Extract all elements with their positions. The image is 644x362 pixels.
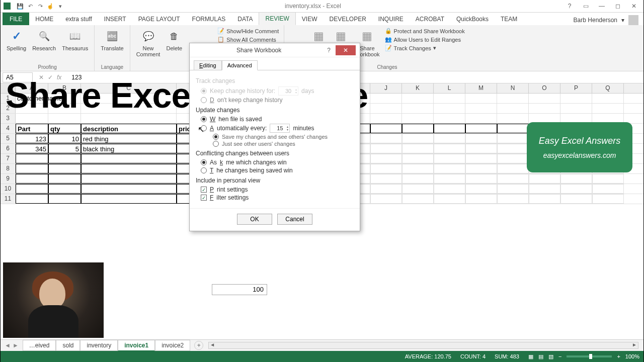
ask-radio[interactable] <box>201 159 207 165</box>
qat-more-icon[interactable]: ▾ <box>57 3 64 10</box>
view-layout-icon[interactable]: ▤ <box>538 353 543 360</box>
research-button[interactable]: Research <box>30 27 58 52</box>
allow-edit-ranges-button[interactable]: 👥 Allow Users to Edit Ranges <box>384 36 462 43</box>
sheet-nav-prev-icon[interactable]: ◄ <box>5 342 11 349</box>
dialog-title: Share Workbook <box>194 47 324 54</box>
col-header[interactable]: O <box>529 83 560 93</box>
row-header[interactable]: 8 <box>1 164 16 173</box>
brand-url: easyexcelanswers.com <box>543 151 616 159</box>
sheet-tab-sold[interactable]: sold <box>56 340 80 351</box>
row-header[interactable]: 4 <box>1 124 16 133</box>
row-header[interactable]: 7 <box>1 154 16 163</box>
zoom-in-icon[interactable]: + <box>617 353 620 359</box>
sheet-tab-bar: ◄► …eived sold inventory invoice1 invoic… <box>1 339 643 351</box>
row-header[interactable]: 6 <box>1 144 16 153</box>
tab-pagelayout[interactable]: PAGE LAYOUT <box>132 13 186 25</box>
auto-minutes-input[interactable]: 15 <box>270 124 290 133</box>
ok-button[interactable]: OK <box>237 214 272 225</box>
saved-win-radio[interactable] <box>201 167 207 173</box>
window-title: inventory.xlsx - Excel <box>64 3 562 10</box>
track-changes-button[interactable]: 📝 Track Changes ▾ <box>384 44 437 52</box>
show-hide-comment-button[interactable]: 📝 Show/Hide Comment <box>216 27 280 35</box>
tab-team[interactable]: TEAM <box>495 13 523 25</box>
col-header[interactable]: Q <box>592 83 624 93</box>
status-count: COUNT: 4 <box>460 353 486 359</box>
spelling-icon <box>9 28 25 44</box>
share-workbook-dialog: Share Workbook ? ✕ EEditingditing Advanc… <box>189 43 360 231</box>
col-header[interactable]: N <box>497 83 529 93</box>
tab-review[interactable]: REVIEW <box>259 12 295 25</box>
view-pagebreak-icon[interactable]: ▧ <box>548 353 553 360</box>
view-normal-icon[interactable]: ▦ <box>528 353 533 360</box>
qat-touch-icon[interactable]: ☝ <box>47 3 54 10</box>
show-all-comments-button[interactable]: 📋 Show All Comments <box>216 36 277 43</box>
filter-settings-check[interactable] <box>201 195 207 201</box>
ribbon-options-icon[interactable]: ▭ <box>578 1 593 11</box>
comment-icon <box>140 28 156 44</box>
just-see-radio[interactable] <box>213 141 219 147</box>
save-see-radio[interactable] <box>213 134 219 140</box>
tab-view[interactable]: VIEW <box>296 13 324 25</box>
col-header[interactable]: L <box>434 83 465 93</box>
tab-file[interactable]: FILE <box>3 13 29 25</box>
col-header[interactable]: K <box>402 83 434 93</box>
tab-quickbooks[interactable]: QuickBooks <box>450 13 495 25</box>
row-header[interactable]: 5 <box>1 134 16 143</box>
thesaurus-icon <box>67 28 83 44</box>
user-avatar-icon[interactable] <box>628 15 638 25</box>
row-header[interactable]: 10 <box>1 184 16 194</box>
dialog-help-icon[interactable]: ? <box>324 47 334 54</box>
dont-keep-radio[interactable] <box>201 97 207 103</box>
tab-data[interactable]: DATA <box>231 13 259 25</box>
tab-home[interactable]: HOME <box>29 13 59 25</box>
sheet-tab-inventory[interactable]: inventory <box>80 340 118 351</box>
minimize-icon[interactable]: — <box>594 1 609 11</box>
group-language-label: Language <box>99 63 125 71</box>
tab-insert[interactable]: INSERT <box>98 13 132 25</box>
sheet-tab-invoice2[interactable]: invoice2 <box>155 340 190 351</box>
tab-extra[interactable]: extra stuff <box>59 13 98 25</box>
new-comment-button[interactable]: New Comment <box>134 27 163 58</box>
add-sheet-icon[interactable]: + <box>194 341 203 350</box>
qat-save-icon[interactable]: 💾 <box>17 3 24 10</box>
research-icon <box>36 28 52 44</box>
spelling-button[interactable]: Spelling <box>5 27 28 52</box>
zoom-level[interactable]: 100% <box>625 353 639 359</box>
cancel-button[interactable]: Cancel <box>277 214 312 225</box>
tab-acrobat[interactable]: ACROBAT <box>410 13 450 25</box>
qat-undo-icon[interactable]: ↶ <box>27 3 34 10</box>
help-icon[interactable]: ? <box>562 1 577 11</box>
col-header[interactable]: P <box>560 83 592 93</box>
row-header[interactable]: 11 <box>1 194 16 204</box>
horizontal-scrollbar[interactable] <box>208 342 638 349</box>
col-header[interactable]: J <box>370 83 402 93</box>
user-name[interactable]: Barb Henderson <box>574 17 617 24</box>
presenter-photo <box>3 262 104 338</box>
tab-developer[interactable]: DEVELOPER <box>323 13 372 25</box>
zoom-out-icon[interactable]: − <box>558 353 561 359</box>
protect-sheet-icon <box>310 28 327 44</box>
maximize-icon[interactable]: ◻ <box>610 1 625 11</box>
excel-icon <box>4 3 11 10</box>
dialog-close-icon[interactable]: ✕ <box>336 45 356 55</box>
dialog-tab-editing[interactable]: EEditingditing <box>194 60 222 70</box>
protect-share-button[interactable]: 🔒 Protect and Share Workbook <box>384 27 466 35</box>
keep-history-radio[interactable] <box>201 88 207 94</box>
sheet-nav-next-icon[interactable]: ► <box>13 342 19 349</box>
thesaurus-button[interactable]: Thesaurus <box>60 27 90 52</box>
zoom-slider[interactable] <box>567 355 612 357</box>
print-settings-check[interactable] <box>201 187 207 193</box>
delete-comment-button[interactable]: Delete <box>164 27 184 52</box>
qat-redo-icon[interactable]: ↷ <box>37 3 44 10</box>
share-workbook-icon <box>359 28 375 44</box>
col-header[interactable]: M <box>465 83 497 93</box>
when-saved-radio[interactable] <box>201 116 207 122</box>
translate-button[interactable]: Translate <box>99 27 125 52</box>
sheet-tab[interactable]: …eived <box>23 340 56 351</box>
tab-formulas[interactable]: FORMULAS <box>186 13 232 25</box>
close-icon[interactable]: ✕ <box>626 1 641 11</box>
tab-inquire[interactable]: INQUIRE <box>372 13 410 25</box>
dialog-tab-advanced[interactable]: Advanced <box>222 60 258 70</box>
sheet-tab-invoice1[interactable]: invoice1 <box>118 340 155 351</box>
row-header[interactable]: 9 <box>1 174 16 184</box>
